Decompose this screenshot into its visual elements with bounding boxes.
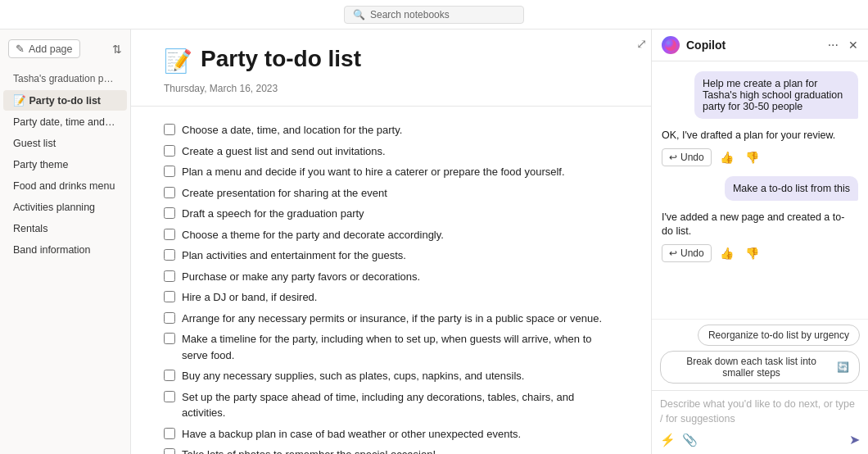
- checklist-item: Set up the party space ahead of time, in…: [164, 387, 618, 424]
- sidebar: ✎ Add page ⇅ Tasha's graduation par... 📝…: [0, 0, 131, 454]
- add-icon: ✎: [16, 43, 25, 55]
- checklist-label: Hire a DJ or band, if desired.: [182, 289, 317, 306]
- copilot-menu-icon[interactable]: ···: [828, 38, 839, 52]
- checklist-item: Choose a date, time, and location for th…: [164, 120, 618, 141]
- checklist-item: Draft a speech for the graduation party: [164, 203, 618, 225]
- page-header: 📝 Party to-do list ⤢: [131, 30, 651, 83]
- sidebar-item-party-date[interactable]: Party date, time and locat...: [3, 112, 127, 132]
- copilot-input[interactable]: [660, 397, 860, 427]
- sidebar-item-party-theme[interactable]: Party theme: [3, 155, 127, 175]
- checklist-checkbox[interactable]: [164, 187, 175, 198]
- user-message-1: Help me create a plan for Tasha's high s…: [694, 71, 858, 119]
- checklist-item: Purchase or make any party favors or dec…: [164, 266, 618, 288]
- checklist-label: Have a backup plan in case of bad weathe…: [182, 426, 521, 443]
- sidebar-actions: ✎ Add page ⇅: [0, 33, 130, 65]
- ai-message-1: OK, I've drafted a plan for your review.…: [662, 129, 835, 166]
- checklist-item: Choose a theme for the party and decorat…: [164, 225, 618, 246]
- svg-point-0: [665, 39, 676, 51]
- ai-message-2: I've added a new page and created a to-d…: [662, 211, 850, 262]
- sidebar-item-food-drinks[interactable]: Food and drinks menu: [3, 176, 127, 196]
- checklist-checkbox[interactable]: [164, 229, 175, 240]
- thumbs-up-2[interactable]: 👍: [717, 245, 737, 261]
- checklist-label: Take lots of photos to remember the spec…: [182, 447, 436, 454]
- suggestion-breakdown[interactable]: Break down each task list into smaller s…: [660, 351, 860, 384]
- checklist-item: Arrange for any necessary permits or ins…: [164, 308, 618, 329]
- top-bar: 🔍 Search notebooks: [0, 0, 868, 30]
- page-date: Thursday, March 16, 2023: [131, 83, 651, 107]
- refresh-icon: 🔄: [837, 361, 849, 373]
- checklist-checkbox[interactable]: [164, 249, 175, 261]
- copilot-logo: [662, 36, 680, 54]
- sidebar-nav: Tasha's graduation par... 📝 Party to-do …: [0, 65, 130, 264]
- sidebar-item-activities[interactable]: Activities planning: [3, 197, 127, 217]
- checklist-checkbox[interactable]: [164, 166, 175, 177]
- thumbs-up-1[interactable]: 👍: [717, 149, 737, 166]
- checklist-item: Take lots of photos to remember the spec…: [164, 444, 618, 454]
- checklist-label: Create a guest list and send out invitat…: [182, 143, 386, 160]
- copilot-input-actions: ⚡ 📎 ➤: [660, 432, 860, 447]
- page-emoji: 📝: [164, 48, 192, 75]
- search-icon: 🔍: [353, 9, 365, 20]
- undo-button-1[interactable]: ↩ Undo: [662, 148, 712, 166]
- checklist-checkbox[interactable]: [164, 145, 175, 157]
- checklist-label: Choose a theme for the party and decorat…: [182, 227, 444, 243]
- copilot-header: Copilot ··· ✕: [652, 30, 868, 61]
- main-content: 📝 Party to-do list ⤢ Thursday, March 16,…: [131, 0, 651, 454]
- copilot-input-area: ⚡ 📎 ➤: [652, 390, 868, 454]
- checklist: Choose a date, time, and location for th…: [131, 115, 651, 454]
- undo-button-2[interactable]: ↩ Undo: [662, 244, 712, 262]
- paperclip-icon[interactable]: 📎: [682, 433, 698, 447]
- checklist-checkbox[interactable]: [164, 291, 175, 302]
- suggestion-reorganize[interactable]: Reorganize to-do list by urgency: [698, 325, 860, 346]
- checklist-checkbox[interactable]: [164, 207, 175, 219]
- send-button[interactable]: ➤: [849, 432, 860, 447]
- checklist-label: Plan a menu and decide if you want to hi…: [182, 164, 565, 180]
- checklist-item: Create presentation for sharing at the e…: [164, 183, 618, 204]
- user-message-2: Make a to-do list from this: [725, 176, 858, 201]
- checklist-checkbox[interactable]: [164, 312, 175, 324]
- sidebar-item-party-todo[interactable]: 📝 Party to-do list: [3, 90, 127, 111]
- checklist-label: Make a timeline for the party, including…: [182, 331, 618, 363]
- checklist-item: Buy any necessary supplies, such as plat…: [164, 365, 618, 387]
- undo-icon-1: ↩: [669, 152, 677, 163]
- expand-icon[interactable]: ⤢: [636, 36, 647, 52]
- copilot-messages: Help me create a plan for Tasha's high s…: [652, 61, 868, 319]
- sidebar-item-rentals[interactable]: Rentals: [3, 219, 127, 238]
- copilot-panel: Copilot ··· ✕ Help me create a plan for …: [651, 0, 868, 454]
- checklist-item: Make a timeline for the party, including…: [164, 329, 618, 365]
- sidebar-item-guest-list[interactable]: Guest list: [3, 134, 127, 153]
- sidebar-item-band-info[interactable]: Band information: [3, 240, 127, 260]
- copilot-title: Copilot: [686, 39, 821, 52]
- page-title: Party to-do list: [201, 46, 361, 72]
- checklist-checkbox[interactable]: [164, 448, 175, 454]
- sidebar-item-parent[interactable]: Tasha's graduation par...: [3, 69, 127, 89]
- thumbs-down-1[interactable]: 👎: [742, 149, 762, 166]
- page-icon: 📝: [13, 95, 29, 107]
- checklist-item: Plan a menu and decide if you want to hi…: [164, 161, 618, 183]
- checklist-item: Plan activities and entertainment for th…: [164, 245, 618, 266]
- checklist-item: Hire a DJ or band, if desired.: [164, 287, 618, 308]
- checklist-checkbox[interactable]: [164, 370, 175, 381]
- checklist-checkbox[interactable]: [164, 124, 175, 135]
- checklist-checkbox[interactable]: [164, 391, 175, 402]
- checklist-checkbox[interactable]: [164, 270, 175, 282]
- checklist-checkbox[interactable]: [164, 428, 175, 439]
- checklist-label: Choose a date, time, and location for th…: [182, 122, 402, 138]
- checklist-label: Plan activities and entertainment for th…: [182, 247, 406, 264]
- checklist-item: Create a guest list and send out invitat…: [164, 141, 618, 162]
- copilot-suggestions: Reorganize to-do list by urgency Break d…: [652, 319, 868, 390]
- copilot-close-icon[interactable]: ✕: [848, 39, 858, 52]
- ai-message-1-actions: ↩ Undo 👍 👎: [662, 148, 835, 166]
- search-box[interactable]: 🔍 Search notebooks: [344, 6, 524, 24]
- checklist-label: Arrange for any necessary permits or ins…: [182, 311, 602, 327]
- checklist-item: Have a backup plan in case of bad weathe…: [164, 424, 618, 445]
- checklist-label: Draft a speech for the graduation party: [182, 206, 364, 222]
- checklist-checkbox[interactable]: [164, 333, 175, 344]
- ai-message-2-actions: ↩ Undo 👍 👎: [662, 244, 850, 262]
- sort-icon[interactable]: ⇅: [112, 43, 122, 56]
- checklist-label: Set up the party space ahead of time, in…: [182, 389, 618, 421]
- attach-icon[interactable]: ⚡: [660, 433, 676, 447]
- checklist-label: Purchase or make any party favors or dec…: [182, 269, 420, 285]
- thumbs-down-2[interactable]: 👎: [742, 245, 762, 261]
- add-page-button[interactable]: ✎ Add page: [8, 39, 80, 58]
